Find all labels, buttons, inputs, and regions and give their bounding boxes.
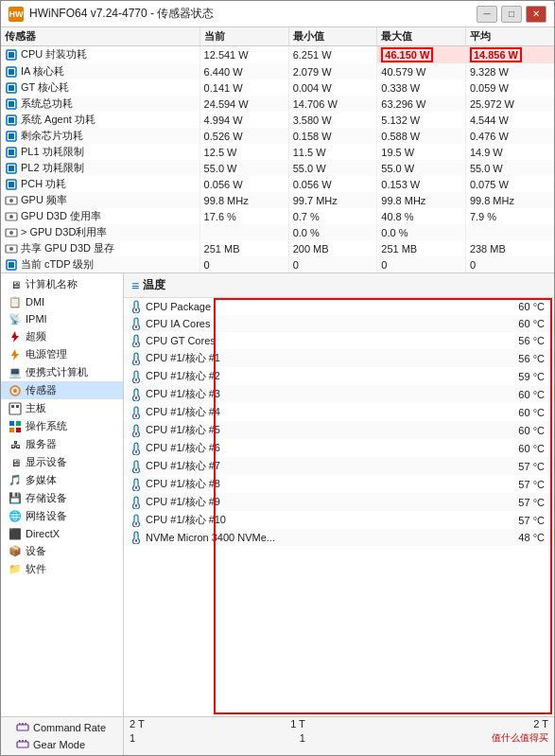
sidebar-item-label: 显示设备 xyxy=(26,455,67,469)
temp-row[interactable]: NVMe Micron 3400 NVMe... 48 °C xyxy=(124,529,554,546)
sensor-max: 63.296 W xyxy=(377,96,466,112)
temp-icon xyxy=(130,442,143,455)
dx-icon: ⬛ xyxy=(9,527,22,540)
power-icon xyxy=(9,348,22,361)
close-button[interactable]: ✕ xyxy=(526,6,546,23)
temp-table: CPU Package 60 °C CPU IA Cores 60 °C CPU… xyxy=(124,298,554,546)
table-row[interactable]: PL2 功耗限制 55.0 W 55.0 W 55.0 W 55.0 W xyxy=(1,160,554,176)
svg-rect-43 xyxy=(135,378,137,381)
sidebar-item-storage[interactable]: 💾 存储设备 xyxy=(1,489,123,507)
bottom-left: Command Rate Gear Mode xyxy=(1,717,124,755)
sidebar-item-label: 超频 xyxy=(26,329,46,343)
temp-value: 60 °C xyxy=(464,439,554,457)
svg-rect-53 xyxy=(17,725,28,730)
svg-rect-5 xyxy=(9,85,14,91)
sidebar-item-pc[interactable]: 🖥 计算机名称 xyxy=(1,275,123,293)
minimize-button[interactable]: ─ xyxy=(477,6,497,23)
display-icon: 🖥 xyxy=(9,456,22,469)
temp-row[interactable]: CPU Package 60 °C xyxy=(124,298,554,315)
temp-sensor-name: NVMe Micron 3400 NVMe... xyxy=(124,529,464,546)
table-row[interactable]: 剩余芯片功耗 0.526 W 0.158 W 0.588 W 0.476 W xyxy=(1,128,554,144)
temp-row[interactable]: CPU #1/核心 #9 57 °C xyxy=(124,493,554,511)
temp-sensor-name: CPU #1/核心 #7 xyxy=(124,457,464,475)
window-controls: ─ □ ✕ xyxy=(477,6,546,23)
sidebar-item-label: IPMI xyxy=(26,313,47,325)
temp-row[interactable]: CPU #1/核心 #1 56 °C xyxy=(124,349,554,367)
table-row[interactable]: 系统 Agent 功耗 4.994 W 3.580 W 5.132 W 4.54… xyxy=(1,112,554,128)
sidebar-item-server[interactable]: 🖧 服务器 xyxy=(1,435,123,453)
sidebar-item-ipmi[interactable]: 📡 IPMI xyxy=(1,310,123,327)
sensor-min: 2.079 W xyxy=(288,63,377,79)
temp-row[interactable]: CPU #1/核心 #5 60 °C xyxy=(124,421,554,439)
svg-rect-3 xyxy=(9,69,14,75)
sidebar-item-dx[interactable]: ⬛ DirectX xyxy=(1,525,123,542)
sensor-avg: 4.544 W xyxy=(465,112,554,128)
bottom-left-Gear Mode[interactable]: Gear Mode xyxy=(9,736,115,753)
sidebar-item-sensor[interactable]: 传感器 xyxy=(1,381,123,399)
ipmi-icon: 📡 xyxy=(9,312,22,325)
sensor-avg: 0.075 W xyxy=(465,176,554,192)
sidebar-item-label: 电源管理 xyxy=(26,347,67,361)
table-row[interactable]: IA 核心耗 6.440 W 2.079 W 40.579 W 9.328 W xyxy=(1,63,554,79)
col-sensor: 传感器 xyxy=(1,27,200,46)
sidebar-item-label: DMI xyxy=(26,296,44,308)
temp-row[interactable]: CPU #1/核心 #7 57 °C xyxy=(124,457,554,475)
sidebar-item-media[interactable]: 🎵 多媒体 xyxy=(1,471,123,489)
svg-marker-28 xyxy=(11,331,19,343)
bottom-left-Command Rate[interactable]: Command Rate xyxy=(9,719,115,736)
sidebar-item-power[interactable]: 电源管理 xyxy=(1,345,123,363)
temp-row[interactable]: CPU #1/核心 #8 57 °C xyxy=(124,475,554,493)
table-row[interactable]: 共享 GPU D3D 显存 251 MB 200 MB 251 MB 238 M… xyxy=(1,240,554,256)
sidebar-item-display[interactable]: 🖥 显示设备 xyxy=(1,453,123,471)
bottom-col1: 2 T xyxy=(124,717,217,730)
sensor-max: 0.153 W xyxy=(377,176,466,192)
sensor-name: PCH 功耗 xyxy=(1,176,200,192)
svg-point-23 xyxy=(9,231,13,235)
bottom-col2: 1 xyxy=(217,730,311,746)
table-row[interactable]: PL1 功耗限制 12.5 W 11.5 W 19.5 W 14.9 W xyxy=(1,144,554,160)
table-row[interactable]: PCH 功耗 0.056 W 0.056 W 0.153 W 0.075 W xyxy=(1,176,554,192)
temp-icon xyxy=(130,406,143,419)
sensor-max: 251 MB xyxy=(377,240,466,256)
sensor-max: 0 xyxy=(377,256,466,273)
table-row[interactable]: 系统总功耗 24.594 W 14.706 W 63.296 W 25.972 … xyxy=(1,96,554,112)
bottom-col2: 1 T xyxy=(217,717,311,730)
sensor-max: 0.338 W xyxy=(377,79,466,96)
sidebar-item-oc[interactable]: 超频 xyxy=(1,327,123,345)
temp-sensor-name: CPU #1/核心 #6 xyxy=(124,439,464,457)
table-row[interactable]: GPU 频率 99.8 MHz 99.7 MHz 99.8 MHz 99.8 M… xyxy=(1,192,554,208)
sidebar-item-device[interactable]: 📦 设备 xyxy=(1,542,123,560)
cpu-icon xyxy=(5,130,18,143)
sensor-min: 0 xyxy=(288,256,377,273)
table-row[interactable]: GPU D3D 使用率 17.6 % 0.7 % 40.8 % 7.9 % xyxy=(1,208,554,224)
table-row[interactable]: > GPU D3D利用率 0.0 % 0.0 % xyxy=(1,224,554,240)
sidebar-item-software[interactable]: 📁 软件 xyxy=(1,560,123,578)
svg-point-19 xyxy=(9,199,13,202)
temp-row[interactable]: CPU #1/核心 #10 57 °C xyxy=(124,511,554,529)
svg-rect-13 xyxy=(9,149,14,155)
sidebar-item-dmi[interactable]: 📋 DMI xyxy=(1,293,123,310)
sidebar-item-network[interactable]: 🌐 网络设备 xyxy=(1,507,123,525)
temp-row[interactable]: CPU IA Cores 60 °C xyxy=(124,315,554,332)
sidebar-item-board[interactable]: 主板 xyxy=(1,399,123,417)
temp-row[interactable]: CPU #1/核心 #4 60 °C xyxy=(124,403,554,421)
temp-row[interactable]: CPU #1/核心 #2 59 °C xyxy=(124,367,554,385)
table-row[interactable]: CPU 封装功耗 12.541 W 6.251 W 46.150 W 14.85… xyxy=(1,46,554,64)
table-row[interactable]: 当前 cTDP 级别 0 0 0 0 xyxy=(1,256,554,273)
sidebar-item-laptop[interactable]: 💻 便携式计算机 xyxy=(1,363,123,381)
sensor-min: 6.251 W xyxy=(288,46,377,64)
temp-row[interactable]: CPU #1/核心 #6 60 °C xyxy=(124,439,554,457)
bottom-col1: 1 xyxy=(124,730,217,746)
temp-row[interactable]: CPU #1/核心 #3 60 °C xyxy=(124,385,554,403)
sensor-name: 系统总功耗 xyxy=(1,96,200,112)
temp-sensor-name: CPU IA Cores xyxy=(124,315,464,332)
temp-sensor-name: CPU #1/核心 #9 xyxy=(124,493,464,511)
svg-rect-40 xyxy=(135,325,137,328)
sidebar-item-os[interactable]: 操作系统 xyxy=(1,417,123,435)
temp-row[interactable]: CPU GT Cores 56 °C xyxy=(124,332,554,349)
maximize-button[interactable]: □ xyxy=(501,6,522,23)
table-row[interactable]: GT 核心耗 0.141 W 0.004 W 0.338 W 0.059 W xyxy=(1,79,554,96)
sidebar-item-label: 服务器 xyxy=(26,437,57,451)
sensor-current: 0 xyxy=(200,256,289,273)
os-icon xyxy=(9,420,22,433)
